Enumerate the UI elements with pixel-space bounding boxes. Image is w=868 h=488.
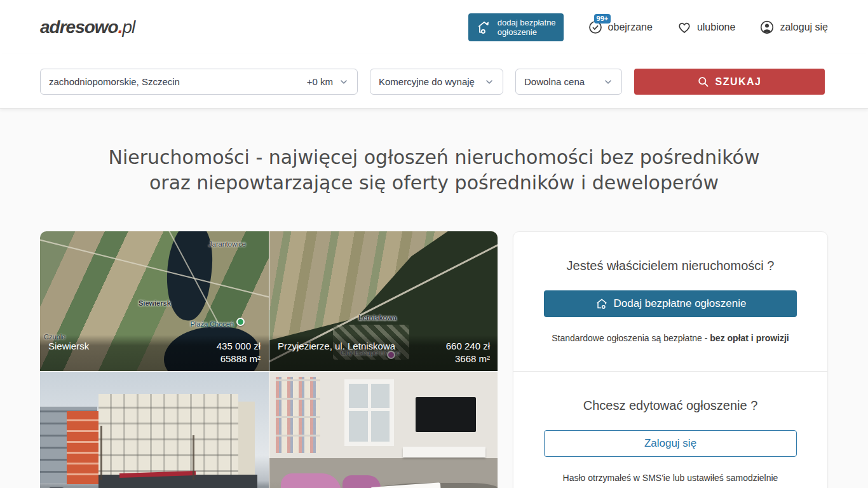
armchair-shape [342, 475, 381, 488]
chevron-down-icon [484, 77, 494, 87]
owner-panel-note: Standardowe ogłoszenia są bezpłatne - be… [544, 333, 797, 343]
listing-price: 660 240 zł [446, 340, 490, 353]
login-button[interactable]: Zaloguj się [544, 430, 797, 457]
listing-caption: Przyjezierze, ul. Letniskowa 660 240 zł … [269, 335, 498, 371]
radius-value: +0 km [307, 76, 333, 87]
add-listing-button[interactable]: dodaj bezpłatne ogłoszenie [468, 13, 564, 41]
radius-select[interactable]: +0 km [307, 76, 349, 87]
listing-card-siewiersk[interactable]: Jarantowice Siewiersk Plaża Choceń Czupl… [40, 231, 269, 371]
listing-area: 3668 m² [446, 353, 490, 365]
logo[interactable]: adresowo.pl [40, 17, 135, 37]
location-value: zachodniopomorskie, Szczecin [49, 76, 307, 87]
location-input[interactable]: zachodniopomorskie, Szczecin +0 km [40, 69, 358, 95]
price-value: Dowolna cena [524, 76, 603, 87]
add-free-listing-button[interactable]: Dodaj bezpłatne ogłoszenie [544, 290, 797, 317]
listing-card-przyjezierze[interactable]: Letniskowa City Escape House Przyjezierz… [269, 231, 498, 371]
listing-caption: Siewiersk 435 000 zł 65888 m² [40, 335, 269, 371]
listing-price: 435 000 zł [217, 340, 261, 353]
search-button[interactable]: SZUKAJ [634, 69, 825, 95]
nav-login[interactable]: zaloguj się [759, 20, 828, 35]
nav-viewed-label: obejrzane [608, 22, 653, 33]
logo-tld: pl [122, 17, 135, 37]
listing-card-wola[interactable]: Wola Zglobieńska 890 000 zł [269, 372, 498, 488]
hero-section: Nieruchomości - najwięcej ogłoszeń nieru… [0, 109, 868, 488]
nav-favorites[interactable]: ulubione [677, 20, 736, 35]
top-header: adresowo.pl dodaj bezpłatne ogłoszenie [0, 0, 868, 54]
price-select[interactable]: Dowolna cena [515, 69, 622, 95]
chevron-down-icon [603, 77, 613, 87]
sidebar: Jesteś właścicielem nieruchomości ? Doda… [513, 231, 828, 488]
add-free-listing-label: Dodaj bezpłatne ogłoszenie [614, 297, 747, 310]
owner-note-bold: bez opłat i prowizji [710, 333, 789, 343]
tree-shape [100, 426, 102, 480]
user-circle-icon [759, 20, 775, 35]
armchair-shape [281, 473, 341, 488]
edit-panel-note: Hasło otrzymałeś w SMS'ie lub ustawiłeś … [544, 473, 797, 483]
house-plus-icon [476, 19, 492, 36]
logo-name: adresowo [40, 17, 118, 37]
property-type-value: Komercyjne do wynaję [379, 76, 484, 87]
nav-login-label: zaloguj się [780, 22, 828, 33]
listing-location: Przyjezierze, ul. Letniskowa [278, 340, 395, 365]
tree-shape [193, 435, 194, 480]
map-label: Plaża Choceń [191, 320, 234, 328]
add-listing-label-line2: ogłoszenie [498, 27, 537, 37]
listing-card-lublin[interactable]: Lublin, Śródmieście, ul. 545 000 zł [40, 372, 269, 488]
nav-favorites-label: ulubione [697, 22, 736, 33]
house-plus-icon [595, 297, 609, 311]
page-title-line2: oraz niepowtarzające się oferty pośredni… [0, 170, 868, 196]
tv-shape [416, 397, 476, 432]
owner-note-regular: Standardowe ogłoszenia są bezpłatne - [552, 333, 710, 343]
search-button-label: SZUKAJ [715, 76, 761, 88]
page-title: Nieruchomości - najwięcej ogłoszeń nieru… [0, 145, 868, 196]
search-icon [697, 76, 709, 88]
map-pin-icon [236, 318, 245, 326]
chevron-down-icon [339, 77, 349, 87]
viewed-count-badge: 99+ [594, 14, 611, 24]
owner-panel-title: Jesteś właścicielem nieruchomości ? [544, 259, 797, 273]
map-label: Letniskowa [358, 314, 397, 322]
building-shape [67, 411, 102, 484]
edit-panel-title: Chcesz edytować ogłoszenie ? [544, 398, 797, 413]
map-label: Jarantowice [208, 240, 246, 248]
page-title-line1: Nieruchomości - najwięcej ogłoszeń nieru… [0, 145, 868, 170]
search-section: zachodniopomorskie, Szczecin +0 km Komer… [0, 54, 868, 109]
window-shape [344, 379, 394, 446]
add-listing-label-line1: dodaj bezpłatne [498, 18, 556, 27]
bookshelf-shape [276, 377, 320, 453]
property-type-select[interactable]: Komercyjne do wynaję [370, 69, 503, 95]
edit-panel: Chcesz edytować ogłoszenie ? Zaloguj się… [513, 371, 827, 488]
cabinet-shape [403, 447, 485, 457]
featured-listings-grid: Jarantowice Siewiersk Plaża Choceń Czupl… [40, 231, 498, 488]
nav-viewed[interactable]: 99+ obejrzane [588, 20, 653, 35]
listing-area: 65888 m² [217, 353, 261, 365]
heart-icon [677, 20, 692, 35]
check-circle-icon: 99+ [588, 20, 603, 35]
owner-panel: Jesteś właścicielem nieruchomości ? Doda… [513, 232, 827, 371]
map-label: Siewiersk [139, 299, 171, 307]
listing-location: Siewiersk [48, 340, 89, 365]
